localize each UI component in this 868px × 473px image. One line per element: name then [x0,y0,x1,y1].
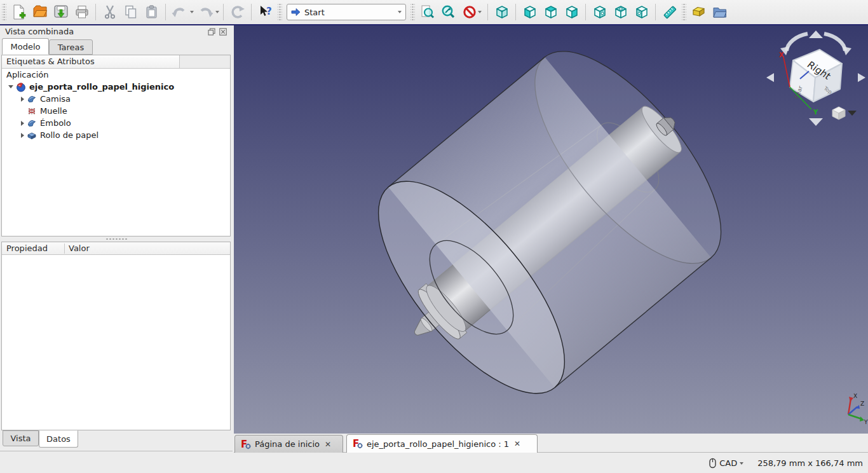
3d-viewport[interactable]: Right Rear Top X Y X Z Y [234,25,868,434]
navigation-style-value: CAD [719,458,737,468]
expand-arrow-icon[interactable] [21,133,24,138]
freecad-document-icon [16,82,26,92]
refresh-icon [229,4,246,20]
right-view-icon [564,4,580,20]
undo-dropdown-arrow[interactable] [190,11,194,13]
tab-vista[interactable]: Vista [3,430,39,446]
workbench-toolbar-handle[interactable] [278,4,282,20]
nav-y-label: Y [813,109,818,116]
paste-button[interactable] [141,1,162,23]
panel-splitter[interactable] [0,236,233,242]
workbench-selector-value: Start [304,8,397,17]
float-icon [208,28,215,36]
svg-text:?: ? [266,6,272,17]
column-propiedad[interactable]: Propiedad [6,242,48,254]
axis-y-label: Y [864,419,868,425]
doc-tab-model[interactable]: F eje_porta_rollo_papel_higienico : 1 ✕ [346,434,538,453]
save-document-button[interactable] [50,1,71,23]
fit-selection-button[interactable] [438,1,459,23]
ruler-icon [661,4,678,20]
axis-z-label: Z [860,401,864,407]
property-editor-header: Propiedad Valor [2,242,230,255]
navigation-style-selector[interactable]: CAD [709,458,743,469]
part-solid-icon [27,130,37,141]
part-workbench-button[interactable] [688,1,709,23]
cut-button[interactable] [99,1,120,23]
expand-arrow-icon[interactable] [21,97,24,102]
tab-modelo[interactable]: Modelo [2,38,49,55]
tree-header-second-column[interactable] [179,55,230,68]
tree-item-document[interactable]: eje_porta_rollo_papel_higienico [2,81,230,93]
copy-button[interactable] [120,1,141,23]
float-panel-button[interactable] [207,27,216,36]
toolbar-drag-handle[interactable] [2,4,6,20]
tree-root-application[interactable]: Aplicación [2,69,230,81]
property-editor: Propiedad Valor [1,242,231,430]
tree-item-rollo-de-papel[interactable]: Rollo de papel [2,129,230,141]
make-group-button[interactable] [709,1,730,23]
tab-datos[interactable]: Datos [39,430,78,448]
right-view-button[interactable] [561,1,582,23]
tree-item-muelle[interactable]: Muelle [2,105,230,117]
view-dimensions: 258,79 mm x 166,74 mm [757,458,863,468]
3d-scene: Right Rear Top X Y X Z Y [234,25,868,434]
nav-x-label: X [779,51,784,58]
column-valor[interactable]: Valor [69,242,90,254]
fit-all-button[interactable] [417,1,438,23]
axonometric-view-button[interactable] [491,1,512,23]
close-tab-icon[interactable]: ✕ [325,440,331,449]
top-view-icon [543,4,559,20]
print-button[interactable] [71,1,92,23]
fit-all-icon [419,4,436,20]
measure-distance-button[interactable] [659,1,680,23]
model-tree: Etiquetas & Atributos Aplicación eje_por… [1,55,231,236]
tree-header[interactable]: Etiquetas & Atributos [2,55,230,69]
part-toolbar-handle[interactable] [682,4,686,20]
whats-this-button[interactable]: ? [255,1,276,23]
start-workbench-icon [291,8,301,17]
redo-dropdown-arrow[interactable] [215,11,219,13]
freecad-file-icon: F [241,439,251,449]
tree-item-embolo[interactable]: Émbolo [2,117,230,129]
freecad-file-icon: F [353,439,363,449]
collapse-arrow-icon[interactable] [8,85,13,88]
left-view-button[interactable] [631,1,652,23]
draw-style-button[interactable] [459,1,484,23]
tree-item-camisa[interactable]: Camisa [2,93,230,105]
fit-selection-icon [440,4,457,20]
new-document-button[interactable] [8,1,29,23]
view-toolbar-handle[interactable] [410,4,415,20]
close-panel-button[interactable] [219,27,227,36]
doc-tab-start-page[interactable]: F Página de inicio ✕ [234,435,343,453]
open-document-button[interactable] [29,1,50,23]
nav-style-dropdown-arrow [740,462,743,465]
redo-button[interactable] [194,1,220,23]
front-view-button[interactable] [519,1,540,23]
column-divider[interactable] [64,243,65,254]
undo-button[interactable] [169,1,194,23]
part-block-icon [691,4,707,20]
svg-text:F: F [353,439,359,449]
property-tabbar: Vista Datos [0,430,233,451]
part-feature-icon [27,118,37,128]
refresh-button[interactable] [227,1,248,23]
copy-icon [123,4,139,20]
draw-style-icon [462,4,477,20]
nav-mini-cube[interactable] [832,107,845,120]
open-folder-icon [32,4,48,20]
bottom-view-button[interactable] [610,1,631,23]
rear-view-button[interactable] [589,1,610,23]
tab-tareas[interactable]: Tareas [49,39,93,55]
workbench-selector[interactable]: Start [287,4,406,20]
panel-title: Vista combinada [5,27,74,36]
expand-arrow-icon[interactable] [21,121,24,126]
axis-x-label: X [853,393,857,399]
svg-text:F: F [241,439,247,449]
top-view-button[interactable] [540,1,561,23]
combined-view-tabbar: Modelo Tareas [0,38,233,55]
document-tabbar: F Página de inicio ✕ F eje_porta_rollo_p… [234,434,868,453]
front-view-icon [522,4,538,20]
close-tab-icon[interactable]: ✕ [514,439,520,448]
draw-style-dropdown-arrow[interactable] [478,11,482,13]
main-toolbar: ? Start [0,0,868,24]
